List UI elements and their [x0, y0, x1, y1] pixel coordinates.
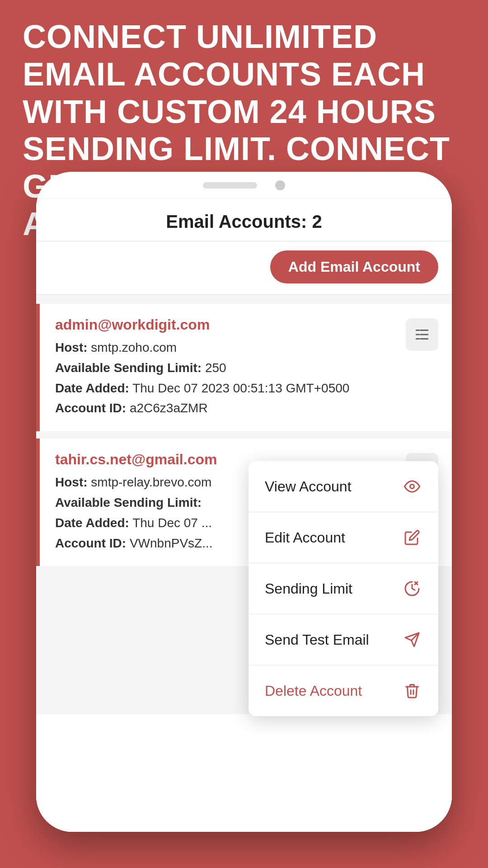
svg-point-12: [410, 485, 414, 489]
dropdown-item-sending-limit[interactable]: Sending Limit: [249, 563, 438, 614]
send-icon: [402, 630, 422, 650]
trash-icon: [402, 681, 422, 701]
dropdown-overlay: View Account Edit Account: [36, 199, 452, 832]
phone-notch: [36, 172, 452, 199]
gauge-icon: [402, 579, 422, 599]
dropdown-item-edit[interactable]: Edit Account: [249, 512, 438, 563]
view-account-label: View Account: [265, 478, 402, 495]
camera: [275, 180, 285, 190]
send-test-email-label: Send Test Email: [265, 632, 402, 648]
phone-mockup: Email Accounts: 2 Add Email Account admi…: [36, 172, 452, 832]
dropdown-menu: View Account Edit Account: [249, 461, 438, 716]
dropdown-item-send-test[interactable]: Send Test Email: [249, 614, 438, 665]
sending-limit-label: Sending Limit: [265, 580, 402, 597]
eye-icon: [402, 476, 422, 496]
speaker: [203, 182, 257, 189]
dropdown-item-view[interactable]: View Account: [249, 461, 438, 512]
dropdown-item-delete[interactable]: Delete Account: [249, 665, 438, 716]
phone-screen: Email Accounts: 2 Add Email Account admi…: [36, 199, 452, 832]
delete-account-label: Delete Account: [265, 683, 402, 699]
edit-account-label: Edit Account: [265, 529, 402, 546]
edit-icon: [402, 528, 422, 547]
